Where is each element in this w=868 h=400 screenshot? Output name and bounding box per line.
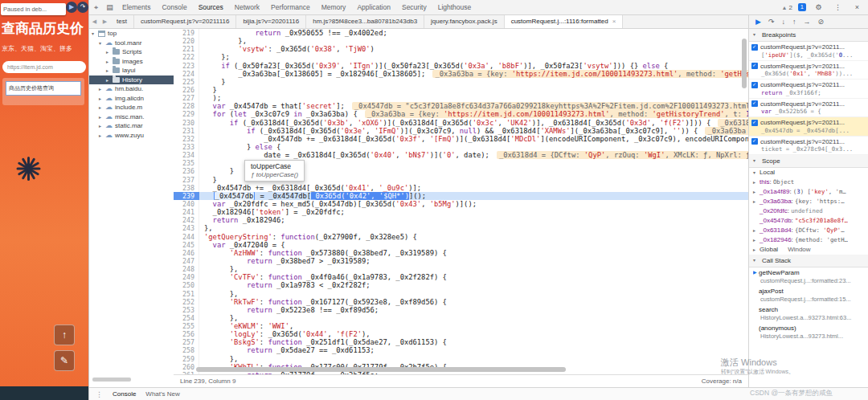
code-text[interactable]: 'eKWLM': 'WWI', (199, 322, 748, 330)
code-text[interactable]: var _0x4547db = that['secret'];_0x4547db… (199, 102, 748, 110)
line-number[interactable]: 243 (174, 224, 199, 232)
checkbox-checked-icon[interactable] (751, 138, 758, 145)
expander-icon[interactable]: ▸ (106, 49, 113, 55)
line-number[interactable]: 239 (174, 192, 199, 200)
code-text[interactable]: return _0x5223e8 !== _0xf89d56; (199, 306, 748, 314)
drawer-tab-console[interactable]: Console (113, 390, 136, 398)
expander-icon[interactable]: ▸ (753, 187, 760, 197)
expander-icon[interactable]: ▸ (99, 114, 105, 120)
file-tab[interactable]: jquery.fancybox.pack.js (424, 15, 505, 28)
line-number[interactable]: 223 (174, 62, 199, 70)
tab-console[interactable]: Console (156, 0, 192, 14)
step-icon[interactable]: → (803, 18, 810, 26)
line-number[interactable]: 232 (174, 135, 199, 143)
breakpoint-item[interactable]: customRequest.js?v=20211..._0x365d('0x1'… (749, 61, 868, 80)
code-text[interactable]: _0x4547db += _0x6318d4[_0x365d('0x41', '… (199, 184, 748, 192)
line-number[interactable]: 225 (174, 78, 199, 86)
line-number[interactable]: 254 (174, 314, 199, 322)
device-toolbar-icon[interactable]: ▤ (104, 3, 116, 11)
expander-icon[interactable]: ▸ (753, 178, 760, 187)
tab-elements[interactable]: Elements (117, 0, 156, 14)
tab-application[interactable]: Application (351, 0, 396, 14)
more-menu-icon[interactable]: ⋮ (832, 3, 844, 11)
navigator-item-static-mar[interactable]: ▸☁static.mar (89, 121, 174, 131)
line-number[interactable]: 246 (174, 249, 199, 257)
checkbox-checked-icon[interactable] (751, 100, 758, 107)
checkbox-checked-icon[interactable] (751, 120, 758, 126)
deactivate-breakpoints-icon[interactable]: ⊘ (817, 18, 824, 26)
expander-icon[interactable]: ▸ (753, 235, 760, 245)
expander-icon[interactable]: ▸ (99, 96, 105, 101)
line-number[interactable]: 222 (174, 53, 199, 61)
line-number[interactable]: 220 (174, 37, 199, 45)
code-text[interactable]: if (_0x6318d4[_0x365d('0x3b', 'xOX6')](_… (199, 119, 748, 127)
line-number[interactable]: 252 (174, 298, 199, 306)
line-number[interactable]: 224 (174, 70, 199, 78)
line-number[interactable]: 247 (174, 257, 199, 265)
line-number[interactable]: 251 (174, 290, 199, 298)
tab-forward-icon[interactable]: ▶ (100, 15, 110, 28)
scope-variable[interactable]: ▸_0x182946: {method: 'getH… (749, 235, 868, 245)
code-text[interactable]: }; (199, 53, 748, 61)
code-text[interactable]: return _0x5dae27 == _0xd61153; (199, 346, 748, 354)
code-text[interactable]: _0x4547db += _0x6318d4[_0x365d('0x3f', '… (199, 135, 748, 143)
horizontal-scrollbar-thumb[interactable] (196, 367, 566, 372)
expander-icon[interactable]: ▾ (99, 40, 105, 46)
call-stack-section-header[interactable]: ▾ Call Stack (749, 255, 868, 267)
breakpoint-item[interactable]: customRequest.js?v=20211...ticket = _0x2… (749, 137, 868, 156)
expander-icon[interactable]: ▸ (99, 133, 105, 138)
tab-network[interactable]: Network (229, 0, 265, 14)
expander-icon[interactable]: ▸ (106, 59, 113, 64)
line-number[interactable]: 219 (174, 29, 199, 37)
line-number[interactable]: 250 (174, 281, 199, 289)
scope-variable[interactable]: ▸_0x1a4f89: (3) ['key', 'm… (749, 187, 868, 197)
back-to-top-button[interactable]: ↑ (54, 324, 75, 345)
code-text[interactable]: if (_0x50fa23[_0x365d('0x39', 'ITgn')](_… (199, 62, 748, 70)
file-tab[interactable]: test (110, 15, 134, 28)
code-text[interactable]: ); (199, 94, 748, 102)
vertical-scrollbar-thumb[interactable] (742, 39, 747, 88)
inspect-icon[interactable]: ⌖ (90, 3, 102, 12)
code-text[interactable]: _0x182946['token'] = _0x20fdfc; (199, 208, 748, 216)
scope-group-local[interactable]: ▾Local (749, 168, 868, 178)
line-number[interactable]: 227 (174, 94, 199, 102)
line-number[interactable]: 259 (174, 355, 199, 363)
file-tab[interactable]: customRequest.js?v=20211116 (134, 15, 237, 28)
line-number[interactable]: 235 (174, 159, 199, 167)
step-out-icon[interactable]: ↑ (792, 18, 796, 26)
code-text[interactable]: date = _0x6318d4[_0x365d('0x40', 'bN$7')… (199, 151, 748, 159)
tab-memory[interactable]: Memory (316, 0, 352, 14)
code-text[interactable]: if (_0x6318d4[_0x365d('0x3e', 'IFmQ')](_… (199, 127, 748, 135)
code-text[interactable]: }, (199, 290, 748, 298)
line-number[interactable]: 257 (174, 338, 199, 346)
line-number[interactable]: 248 (174, 265, 199, 273)
file-tab[interactable]: bijia.js?v=20201116 (236, 15, 306, 28)
issues-badge[interactable]: ▲ 2 (781, 4, 792, 11)
breakpoints-section-header[interactable]: ▾ Breakpoints (749, 29, 868, 42)
breakpoint-item[interactable]: customRequest.js?v=20211...return _0x3f1… (749, 80, 868, 99)
code-text[interactable]: var _0x20fdfc = hex_md5(_0x4547db)[_0x36… (199, 200, 748, 208)
navigator-item-images[interactable]: ▸images (89, 57, 174, 67)
code-text[interactable]: } (199, 78, 748, 86)
expander-icon[interactable]: ▸ (106, 77, 113, 83)
product-url-input[interactable]: https://item.jd.com (2, 61, 86, 73)
line-number[interactable]: 226 (174, 86, 199, 94)
line-number[interactable]: 256 (174, 330, 199, 338)
navigator-item-img-alicdn[interactable]: ▸☁img.alicdn (89, 94, 174, 104)
navigator-item-layui[interactable]: ▸layui (89, 66, 174, 76)
navigator-item-misc-man-[interactable]: ▸☁misc.man. (89, 112, 174, 122)
code-text[interactable]: _0x4547db = _0x4547db[_0x365d('0x42', '$… (199, 192, 748, 200)
tab-sources[interactable]: Sources (193, 0, 229, 14)
line-number[interactable]: 253 (174, 306, 199, 314)
resume-script-button[interactable]: ▶ (66, 2, 77, 13)
file-tab[interactable]: customRequest.j...:1116:formatted× (505, 15, 624, 28)
code-text[interactable]: } (199, 86, 748, 94)
expander-icon[interactable]: ▸ (753, 197, 760, 206)
line-number[interactable]: 255 (174, 322, 199, 330)
expander-icon[interactable]: ▸ (99, 123, 105, 129)
scope-variable[interactable]: _0x20fdfc: undefined (749, 206, 868, 216)
file-tab[interactable]: hm.js?85f48cee3...ba80781b243db3 (306, 15, 424, 28)
navigator-item-history[interactable]: ▸History (89, 76, 174, 85)
code-text[interactable]: }, (199, 265, 748, 273)
navigator-item-top[interactable]: ▾top (89, 29, 174, 39)
